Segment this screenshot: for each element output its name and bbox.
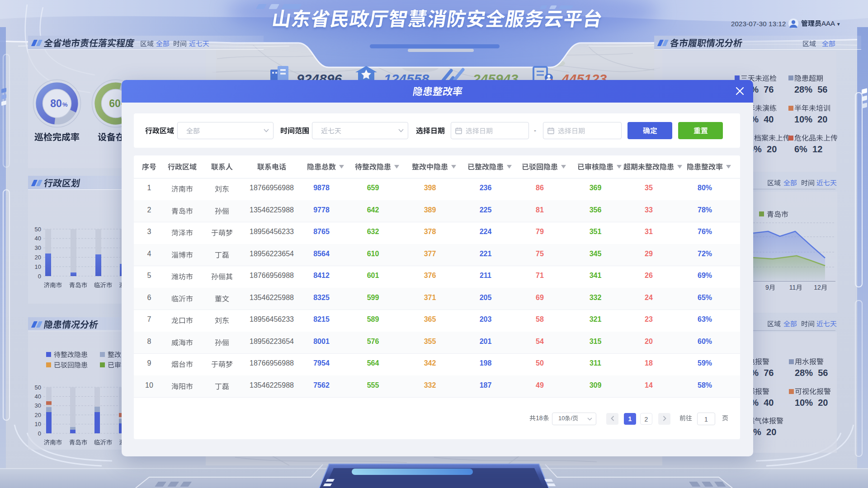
svg-text:50: 50 bbox=[35, 384, 41, 391]
svg-text:0: 0 bbox=[38, 430, 41, 437]
svg-text:60: 60 bbox=[109, 98, 121, 109]
svg-text:50: 50 bbox=[35, 226, 41, 233]
svg-text:40: 40 bbox=[35, 235, 41, 242]
svg-text:10: 10 bbox=[35, 421, 41, 427]
svg-text:40: 40 bbox=[35, 393, 41, 400]
svg-text:10: 10 bbox=[35, 263, 41, 270]
svg-text:20: 20 bbox=[35, 254, 41, 261]
svg-text:20: 20 bbox=[35, 412, 41, 418]
svg-text:0: 0 bbox=[38, 273, 41, 280]
svg-text:80: 80 bbox=[50, 98, 62, 109]
svg-text:30: 30 bbox=[35, 402, 41, 409]
svg-text:%: % bbox=[62, 101, 68, 108]
svg-text:30: 30 bbox=[35, 244, 41, 251]
